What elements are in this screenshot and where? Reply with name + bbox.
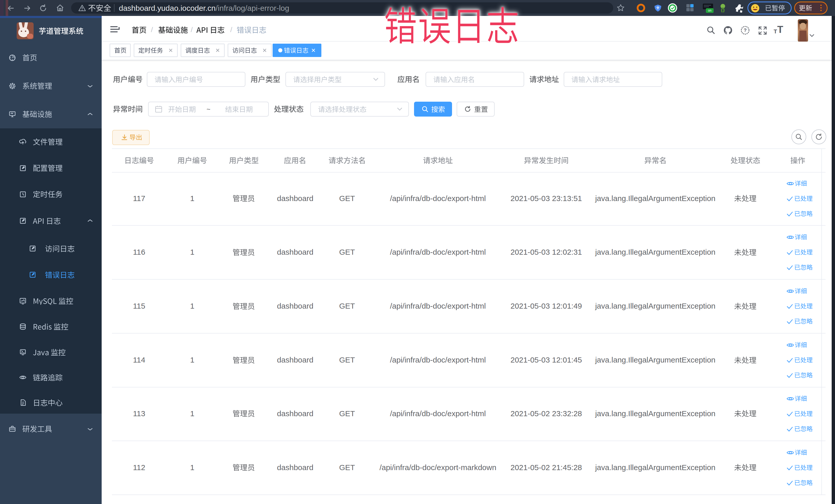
svg-text:?: ? [744,27,747,33]
svg-text:on: on [708,9,711,12]
